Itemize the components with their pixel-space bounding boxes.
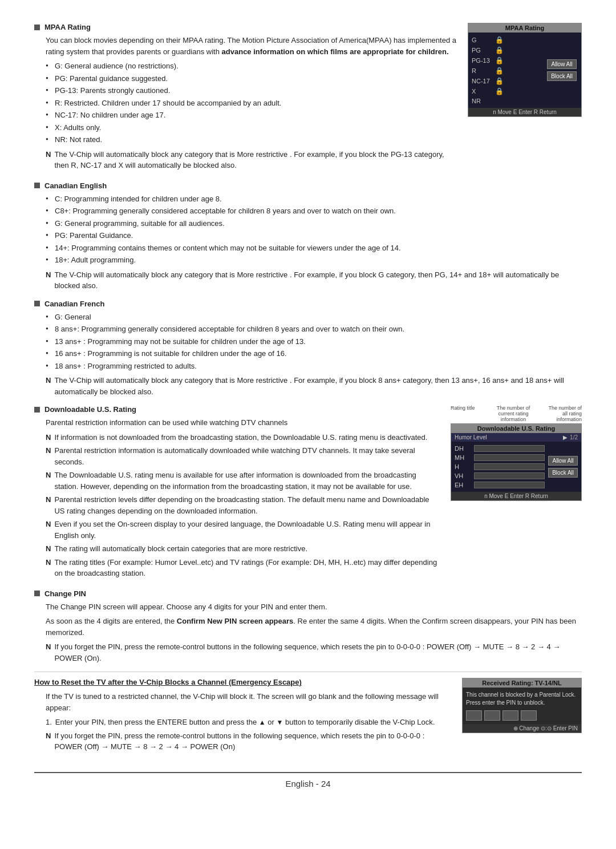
pin-input-3[interactable] [502, 710, 518, 721]
dlus-count: 1/2 [570, 434, 578, 440]
canadian-french-title: Canadian French [44, 300, 104, 308]
dl-note-2: N The Downloadable U.S. rating menu is a… [46, 470, 439, 492]
list-item: C8+: Programming generally considered ac… [46, 205, 582, 217]
change-pin-body1: The Change PIN screen will appear. Choos… [46, 601, 582, 613]
change-pin-header: Change PIN [34, 589, 582, 598]
dl-note-1: N Parental restriction information is au… [46, 445, 439, 467]
canadian-english-section: Canadian English C: Programming intended… [34, 181, 582, 292]
block-all-button[interactable]: Block All [547, 71, 577, 81]
list-item: 18+: Adult programming. [46, 254, 582, 266]
reset-note: N If you forget the PIN, press the remot… [46, 730, 451, 753]
canadian-french-list: G: General 8 ans+: Programming generally… [46, 312, 582, 372]
dlus-box-title: Downloadable U.S. Rating [451, 424, 581, 433]
dlus-ratings-col: DH MH H VH EH [455, 444, 545, 490]
list-item: G: General programming, suitable for all… [46, 218, 582, 229]
emergency-box-title: Received Rating: TV-14/NL [463, 678, 581, 688]
dl-note-6: N The rating titles (For example: Humor … [46, 557, 439, 579]
mpaa-intro: You can block movies depending on their … [46, 35, 456, 57]
downloadable-content: Downloadable U.S. Rating Parental restri… [34, 405, 439, 581]
list-item: 18 ans+ : Programming restricted to adul… [46, 361, 582, 372]
list-item: PG-13: Parents strongly cautioned. [46, 85, 456, 96]
reset-content: How to Reset the TV after the V-Chip Blo… [34, 678, 451, 755]
cf-section-icon [34, 301, 40, 306]
change-pin-body2: As soon as the 4 digits are entered, the… [46, 616, 582, 638]
pin-section-icon [34, 591, 40, 596]
list-item: 14+: Programming contains themes or cont… [46, 242, 582, 254]
canadian-french-header: Canadian French [34, 300, 582, 308]
dlus-buttons: Allow All Block All [548, 444, 578, 490]
mpaa-box-title: MPAA Rating [468, 23, 581, 33]
dlus-ui-box: Rating title The number of current ratin… [451, 405, 582, 501]
list-item: R: Restricted. Children under 17 should … [46, 98, 456, 109]
list-item: 8 ans+: Programming generally considered… [46, 324, 582, 335]
dl-note-5: N The rating will automatically block ce… [46, 543, 439, 555]
pin-input-1[interactable] [466, 710, 482, 721]
list-item: PG: Parental guidance suggested. [46, 73, 456, 84]
dlus-label-all: The number of all rating information [542, 405, 582, 422]
footer-label: English - 24 [285, 779, 330, 789]
downloadable-intro: Parental restriction information can be … [46, 417, 439, 428]
dl-note-0: N If information is not downloaded from … [46, 432, 439, 443]
emergency-box-body: This channel is blocked by a Parental Lo… [463, 688, 581, 724]
list-item: 1. Enter your PIN, then press the ENTERE… [46, 717, 451, 728]
change-pin-section: Change PIN The Change PIN screen will ap… [34, 589, 582, 664]
pin-input-4[interactable] [521, 710, 537, 721]
list-item: C: Programming intended for children und… [46, 193, 582, 205]
pin-input-2[interactable] [484, 710, 500, 721]
allow-all-button[interactable]: Allow All [547, 59, 577, 69]
dlus-block-all-button[interactable]: Block All [548, 468, 578, 478]
dlus-box-footer: n Move E Enter R Return [451, 492, 581, 500]
dl-note-4: N Even if you set the On-screen display … [46, 519, 439, 541]
canadian-french-note: N The V-Chip will automatically block an… [46, 375, 582, 397]
reset-body: If the TV is tuned to a restricted chann… [46, 691, 451, 713]
list-item: G: General audience (no restrictions). [46, 60, 456, 72]
change-pin-title: Change PIN [44, 589, 86, 598]
mpaa-ratings-col: G🔒 PG🔒 PG-13🔒 R🔒 NC-17🔒 X🔒 NR [472, 35, 542, 106]
mpaa-title: MPAA Rating [44, 23, 91, 31]
dl-section-icon [34, 407, 40, 413]
pin-input-row [466, 710, 578, 721]
ce-section-icon [34, 183, 40, 188]
mpaa-note: N The V-Chip will automatically block an… [46, 149, 456, 171]
dlus-arrow-icon: ▶ [563, 434, 568, 440]
reset-title: How to Reset the TV after the V-Chip Blo… [34, 678, 451, 686]
dlus-label-current: The number of current rating information [491, 405, 536, 422]
mpaa-buttons: Allow All Block All [546, 35, 578, 106]
emergency-ui-box: Received Rating: TV-14/NL This channel i… [462, 678, 582, 733]
canadian-english-header: Canadian English [34, 181, 582, 190]
mpaa-header: MPAA Rating [34, 23, 456, 31]
canadian-french-section: Canadian French G: General 8 ans+: Progr… [34, 300, 582, 398]
downloadable-header: Downloadable U.S. Rating [34, 405, 439, 414]
change-pin-note: N If you forget the PIN, press the remot… [46, 641, 582, 664]
list-item: G: General [46, 312, 582, 323]
list-item: X: Adults only. [46, 122, 456, 134]
dlus-label-title: Rating title [451, 405, 485, 422]
canadian-english-note: N The V-Chip will automatically block an… [46, 269, 582, 292]
list-item: 13 ans+ : Programming may not be suitabl… [46, 336, 582, 347]
list-item: 16 ans+ : Programming is not suitable fo… [46, 348, 582, 359]
dlus-allow-all-button[interactable]: Allow All [548, 456, 578, 466]
list-item: NR: Not rated. [46, 134, 456, 145]
canadian-english-list: C: Programming intended for children und… [46, 193, 582, 266]
downloadable-section: Downloadable U.S. Rating Parental restri… [34, 405, 582, 581]
canadian-english-title: Canadian English [44, 181, 107, 190]
emergency-box-footer: ⊕ Change ⊙:⊙ Enter PIN [463, 724, 581, 733]
reset-steps: 1. Enter your PIN, then press the ENTERE… [46, 717, 451, 728]
mpaa-box-footer: n Move E Enter R Return [468, 108, 581, 116]
page-footer: English - 24 [34, 772, 582, 794]
mpaa-section-icon [34, 25, 40, 30]
list-item: PG: Parental Guidance. [46, 230, 582, 241]
reset-section: How to Reset the TV after the V-Chip Blo… [34, 672, 582, 755]
mpaa-bullet-list: G: General audience (no restrictions). P… [46, 60, 456, 145]
mpaa-content: MPAA Rating You can block movies dependi… [34, 23, 456, 173]
downloadable-title: Downloadable U.S. Rating [44, 405, 136, 414]
list-item: NC-17: No children under age 17. [46, 110, 456, 121]
dlus-humor-level: Humor Level [455, 434, 561, 440]
mpaa-section: MPAA Rating You can block movies dependi… [34, 23, 582, 173]
dl-note-3: N Parental restriction levels differ dep… [46, 494, 439, 516]
mpaa-ui-box: MPAA Rating G🔒 PG🔒 PG-13🔒 R🔒 NC-17🔒 X🔒 N… [468, 23, 582, 117]
